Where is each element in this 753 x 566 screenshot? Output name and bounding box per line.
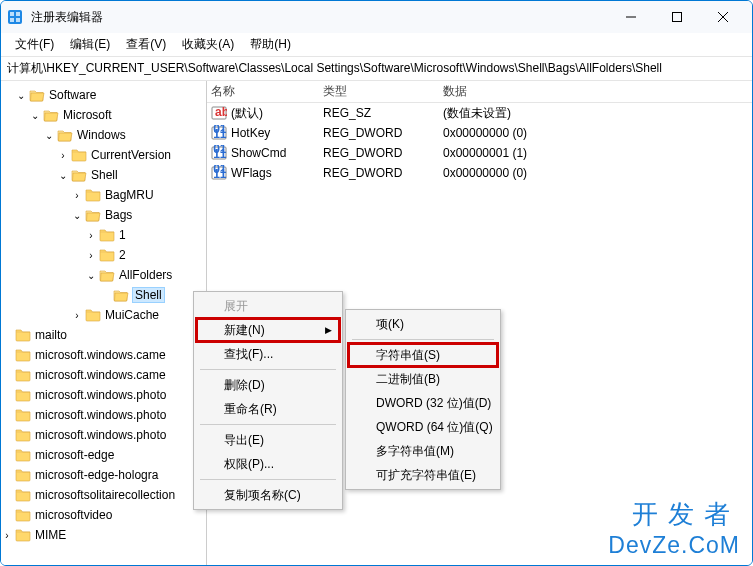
value-type: REG_DWORD bbox=[323, 126, 443, 140]
tree-item-1[interactable]: ›1 bbox=[1, 225, 206, 245]
sub-multi[interactable]: 多字符串值(M) bbox=[348, 439, 498, 463]
folder-icon bbox=[99, 228, 115, 242]
folder-icon bbox=[15, 488, 31, 502]
sub-string[interactable]: 字符串值(S) bbox=[348, 343, 498, 367]
sub-binary[interactable]: 二进制值(B) bbox=[348, 367, 498, 391]
menu-help[interactable]: 帮助(H) bbox=[242, 33, 299, 56]
menu-separator bbox=[200, 424, 336, 425]
svg-rect-11 bbox=[673, 13, 682, 22]
tree-item-windows[interactable]: ⌄Windows bbox=[1, 125, 206, 145]
window-controls bbox=[608, 1, 746, 33]
tree-item-currentversion[interactable]: ›CurrentVersion bbox=[1, 145, 206, 165]
folder-icon bbox=[15, 368, 31, 382]
tree-item[interactable]: ›microsoftvideo bbox=[1, 505, 206, 525]
tree-item[interactable]: ›microsoft.windows.came bbox=[1, 345, 206, 365]
list-row[interactable]: (默认)REG_SZ(数值未设置) bbox=[207, 103, 752, 123]
value-bin-icon bbox=[211, 165, 227, 181]
value-name: (默认) bbox=[231, 105, 263, 122]
list-row[interactable]: ShowCmdREG_DWORD0x00000001 (1) bbox=[207, 143, 752, 163]
tree-item-bags[interactable]: ⌄Bags bbox=[1, 205, 206, 225]
chevron-right-icon[interactable]: › bbox=[85, 250, 97, 261]
new-submenu: 项(K) 字符串值(S) 二进制值(B) DWORD (32 位)值(D) QW… bbox=[345, 309, 501, 490]
tree-item[interactable]: ›microsoft-edge-hologra bbox=[1, 465, 206, 485]
sub-dword[interactable]: DWORD (32 位)值(D) bbox=[348, 391, 498, 415]
chevron-right-icon[interactable]: › bbox=[57, 150, 69, 161]
list-row[interactable]: HotKeyREG_DWORD0x00000000 (0) bbox=[207, 123, 752, 143]
maximize-button[interactable] bbox=[654, 1, 700, 33]
tree-item-shell-selected[interactable]: ›Shell bbox=[1, 285, 206, 305]
chevron-down-icon[interactable]: ⌄ bbox=[71, 210, 83, 221]
chevron-down-icon[interactable]: ⌄ bbox=[85, 270, 97, 281]
ctx-rename[interactable]: 重命名(R) bbox=[196, 397, 340, 421]
sub-key[interactable]: 项(K) bbox=[348, 312, 498, 336]
ctx-new[interactable]: 新建(N) bbox=[196, 318, 340, 342]
ctx-find[interactable]: 查找(F)... bbox=[196, 342, 340, 366]
chevron-right-icon[interactable]: › bbox=[71, 190, 83, 201]
tree-item[interactable]: ›microsoft-edge bbox=[1, 445, 206, 465]
window-title: 注册表编辑器 bbox=[31, 9, 608, 26]
tree-panel[interactable]: ⌄Software ⌄Microsoft ⌄Windows ›CurrentVe… bbox=[1, 81, 207, 565]
chevron-down-icon[interactable]: ⌄ bbox=[43, 130, 55, 141]
list-header: 名称 类型 数据 bbox=[207, 81, 752, 103]
value-data: (数值未设置) bbox=[443, 105, 752, 122]
menu-view[interactable]: 查看(V) bbox=[118, 33, 174, 56]
registry-editor-window: 注册表编辑器 文件(F) 编辑(E) 查看(V) 收藏夹(A) 帮助(H) 计算… bbox=[0, 0, 753, 566]
chevron-down-icon[interactable]: ⌄ bbox=[29, 110, 41, 121]
tree-item[interactable]: ›mailto bbox=[1, 325, 206, 345]
ctx-expand: 展开 bbox=[196, 294, 340, 318]
chevron-right-icon[interactable]: › bbox=[85, 230, 97, 241]
tree-item[interactable]: ›microsoftsolitairecollection bbox=[1, 485, 206, 505]
list-row[interactable]: WFlagsREG_DWORD0x00000000 (0) bbox=[207, 163, 752, 183]
tree-item-allfolders[interactable]: ⌄AllFolders bbox=[1, 265, 206, 285]
value-data: 0x00000000 (0) bbox=[443, 166, 752, 180]
chevron-right-icon[interactable]: › bbox=[1, 530, 13, 541]
col-data[interactable]: 数据 bbox=[443, 83, 752, 100]
close-button[interactable] bbox=[700, 1, 746, 33]
ctx-copy-key-name[interactable]: 复制项名称(C) bbox=[196, 483, 340, 507]
tree-item-software[interactable]: ⌄Software bbox=[1, 85, 206, 105]
chevron-down-icon[interactable]: ⌄ bbox=[57, 170, 69, 181]
close-icon bbox=[718, 12, 728, 22]
tree-item-shell[interactable]: ⌄Shell bbox=[1, 165, 206, 185]
context-menu: 展开 新建(N) 查找(F)... 删除(D) 重命名(R) 导出(E) 权限(… bbox=[193, 291, 343, 510]
maximize-icon bbox=[672, 12, 682, 22]
chevron-down-icon[interactable]: ⌄ bbox=[15, 90, 27, 101]
value-name: HotKey bbox=[231, 126, 270, 140]
tree-item[interactable]: ›microsoft.windows.photo bbox=[1, 385, 206, 405]
folder-icon bbox=[85, 308, 101, 322]
sub-qword[interactable]: QWORD (64 位)值(Q) bbox=[348, 415, 498, 439]
tree-item[interactable]: ›microsoft.windows.came bbox=[1, 365, 206, 385]
folder-icon bbox=[15, 508, 31, 522]
tree-item[interactable]: ›MIME bbox=[1, 525, 206, 545]
folder-open-icon bbox=[71, 168, 87, 182]
sub-expand[interactable]: 可扩充字符串值(E) bbox=[348, 463, 498, 487]
tree-item[interactable]: ›microsoft.windows.photo bbox=[1, 405, 206, 425]
tree-item-microsoft[interactable]: ⌄Microsoft bbox=[1, 105, 206, 125]
value-type: REG_DWORD bbox=[323, 166, 443, 180]
address-bar[interactable]: 计算机\HKEY_CURRENT_USER\Software\Classes\L… bbox=[1, 57, 752, 81]
tree-item[interactable]: ›microsoft.windows.photo bbox=[1, 425, 206, 445]
tree-item-muicache[interactable]: ›MuiCache bbox=[1, 305, 206, 325]
col-type[interactable]: 类型 bbox=[323, 83, 443, 100]
folder-icon bbox=[99, 248, 115, 262]
folder-icon bbox=[15, 448, 31, 462]
value-data: 0x00000001 (1) bbox=[443, 146, 752, 160]
address-text: 计算机\HKEY_CURRENT_USER\Software\Classes\L… bbox=[7, 60, 662, 77]
titlebar[interactable]: 注册表编辑器 bbox=[1, 1, 752, 33]
folder-open-icon bbox=[57, 128, 73, 142]
value-name: ShowCmd bbox=[231, 146, 286, 160]
folder-open-icon bbox=[113, 288, 129, 302]
tree-item-bagmru[interactable]: ›BagMRU bbox=[1, 185, 206, 205]
value-data: 0x00000000 (0) bbox=[443, 126, 752, 140]
col-name[interactable]: 名称 bbox=[211, 83, 323, 100]
tree-item-2[interactable]: ›2 bbox=[1, 245, 206, 265]
chevron-right-icon[interactable]: › bbox=[71, 310, 83, 321]
ctx-permissions[interactable]: 权限(P)... bbox=[196, 452, 340, 476]
ctx-delete[interactable]: 删除(D) bbox=[196, 373, 340, 397]
menu-file[interactable]: 文件(F) bbox=[7, 33, 62, 56]
folder-icon bbox=[15, 408, 31, 422]
minimize-button[interactable] bbox=[608, 1, 654, 33]
menu-edit[interactable]: 编辑(E) bbox=[62, 33, 118, 56]
menu-favorites[interactable]: 收藏夹(A) bbox=[174, 33, 242, 56]
ctx-export[interactable]: 导出(E) bbox=[196, 428, 340, 452]
